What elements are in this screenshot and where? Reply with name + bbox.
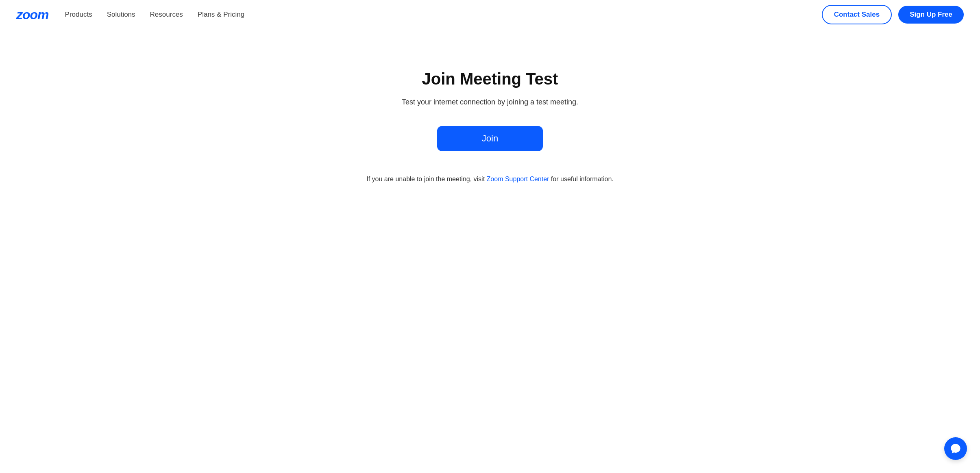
zoom-logo[interactable]: zoom — [16, 8, 49, 21]
main-content: Join Meeting Test Test your internet con… — [0, 29, 980, 183]
zoom-support-center-link[interactable]: Zoom Support Center — [487, 176, 549, 182]
navbar-right: Contact Sales Sign Up Free — [822, 5, 964, 24]
sign-up-button[interactable]: Sign Up Free — [898, 6, 964, 24]
nav-links: Products Solutions Resources Plans & Pri… — [65, 11, 245, 19]
chat-bubble-button[interactable] — [944, 437, 967, 460]
navbar-left: zoom Products Solutions Resources Plans … — [16, 8, 244, 21]
support-text: If you are unable to join the meeting, v… — [366, 176, 613, 183]
navbar: zoom Products Solutions Resources Plans … — [0, 0, 980, 29]
support-text-after: for useful information. — [549, 176, 613, 182]
nav-item-resources[interactable]: Resources — [150, 11, 183, 19]
nav-link-solutions[interactable]: Solutions — [107, 11, 135, 18]
nav-item-plans-pricing[interactable]: Plans & Pricing — [198, 11, 244, 19]
support-text-before: If you are unable to join the meeting, v… — [366, 176, 486, 182]
page-subtitle: Test your internet connection by joining… — [402, 98, 578, 106]
nav-item-solutions[interactable]: Solutions — [107, 11, 135, 19]
nav-link-resources[interactable]: Resources — [150, 11, 183, 18]
nav-item-products[interactable]: Products — [65, 11, 92, 19]
page-title: Join Meeting Test — [422, 70, 558, 88]
nav-link-products[interactable]: Products — [65, 11, 92, 18]
join-button[interactable]: Join — [437, 126, 543, 151]
nav-link-plans-pricing[interactable]: Plans & Pricing — [198, 11, 244, 18]
contact-sales-button[interactable]: Contact Sales — [822, 5, 892, 24]
chat-icon — [950, 443, 961, 454]
